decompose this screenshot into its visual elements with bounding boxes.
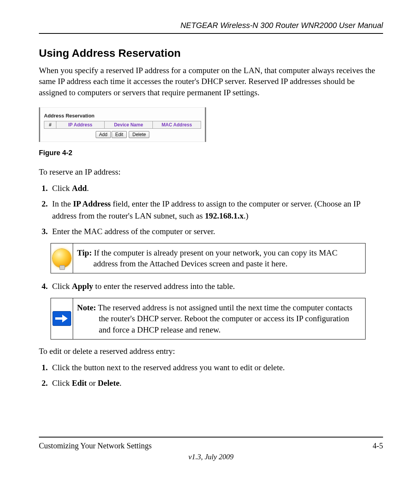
footer-chapter: Customizing Your Network Settings xyxy=(39,441,152,450)
figure-4-2: Address Reservation # IP Address Device … xyxy=(39,107,206,142)
col-device: Device Name xyxy=(105,121,153,129)
edit-lead: To edit or delete a reserved address ent… xyxy=(39,346,383,356)
add-button[interactable]: Add xyxy=(96,131,111,138)
edit-steps: Click the button next to the reserved ad… xyxy=(39,362,383,389)
reservation-table: # IP Address Device Name MAC Address xyxy=(44,121,201,129)
tip-icon-cell xyxy=(51,243,73,273)
reserve-step-4: Click Apply to enter the reserved addres… xyxy=(50,280,383,292)
header-rule xyxy=(39,33,383,34)
page-footer: Customizing Your Network Settings 4-5 v1… xyxy=(39,437,383,461)
footer-page-number: 4-5 xyxy=(373,441,383,450)
col-ip: IP Address xyxy=(56,121,105,129)
tip-text: Tip: If the computer is already present … xyxy=(73,243,365,273)
intro-paragraph: When you specify a reserved IP address f… xyxy=(39,65,383,98)
note-icon-cell xyxy=(51,298,73,339)
section-heading: Using Address Reservation xyxy=(39,47,383,60)
running-header: NETGEAR Wireless-N 300 Router WNR2000 Us… xyxy=(39,21,383,33)
edit-button[interactable]: Edit xyxy=(112,131,127,138)
note-text: Note: The reserved address is not assign… xyxy=(73,298,365,339)
note-callout: Note: The reserved address is not assign… xyxy=(51,298,366,340)
figure-caption: Figure 4-2 xyxy=(39,149,383,157)
reserve-steps: Click Add. In the IP Address field, ente… xyxy=(39,182,383,238)
edit-step-2: Click Edit or Delete. xyxy=(50,377,383,389)
reserve-lead: To reserve an IP address: xyxy=(39,167,383,177)
lightbulb-icon xyxy=(52,249,71,268)
reserve-steps-cont: Click Apply to enter the reserved addres… xyxy=(39,280,383,292)
panel-title: Address Reservation xyxy=(44,113,201,119)
delete-button[interactable]: Delete xyxy=(129,131,149,138)
arrow-icon xyxy=(52,311,71,326)
edit-step-1: Click the button next to the reserved ad… xyxy=(50,362,383,373)
footer-rule xyxy=(39,437,383,438)
reserve-step-1: Click Add. xyxy=(50,182,383,194)
address-reservation-panel: Address Reservation # IP Address Device … xyxy=(39,107,206,142)
col-num: # xyxy=(44,121,56,129)
col-mac: MAC Address xyxy=(153,121,201,129)
panel-buttons: AddEdit Delete xyxy=(44,131,201,138)
footer-version: v1.3, July 2009 xyxy=(39,453,383,461)
reserve-step-3: Enter the MAC address of the computer or… xyxy=(50,226,383,237)
tip-callout: Tip: If the computer is already present … xyxy=(51,243,366,274)
reserve-step-2: In the IP Address field, enter the IP ad… xyxy=(50,198,383,222)
manual-page: NETGEAR Wireless-N 300 Router WNR2000 Us… xyxy=(0,0,420,504)
